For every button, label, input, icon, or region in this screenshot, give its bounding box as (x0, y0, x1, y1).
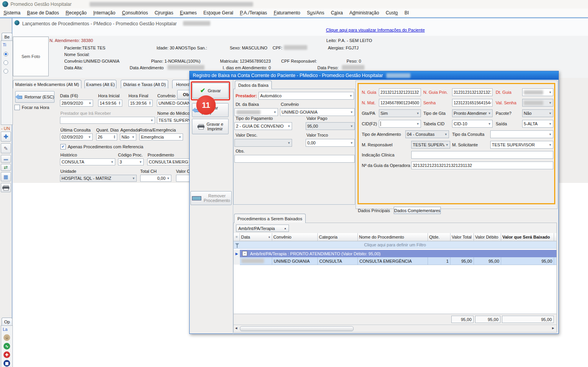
tab-procedimentos-baixados[interactable]: Procedimentos a Serem Baixados (234, 214, 306, 223)
codigo-proc-input[interactable]: 3▼ (118, 158, 144, 165)
menu-item-custo[interactable]: Custo (386, 10, 398, 16)
hora-inicial-input[interactable]: 14:59:56▲▼ (98, 100, 122, 107)
scroll-thumb[interactable] (240, 326, 354, 331)
spinner-icon[interactable]: ▲▼ (149, 101, 151, 105)
menu-item-administra-o[interactable]: Administração (349, 10, 379, 16)
person-icon[interactable]: ☺ (4, 334, 10, 341)
indicacao-clinica-input[interactable] (411, 151, 553, 159)
hora-final-input[interactable]: 15:39:56▲▼ (129, 100, 153, 107)
tab-dados-da-baixa[interactable]: Dados da Baixa (235, 81, 272, 89)
data-f6-input[interactable]: 28/09/2020▼ (60, 100, 93, 107)
obs-input[interactable] (234, 155, 355, 163)
scroll-right-arrow[interactable]: ► (551, 326, 555, 330)
menu-item-recep-o[interactable]: Recepção (65, 10, 86, 16)
sidebar-radio-1[interactable] (4, 52, 8, 56)
dt-baixa-combo[interactable]: ▼ (234, 108, 278, 116)
menu-item-interna-o[interactable]: Internação (93, 10, 115, 16)
dropdown-arrow-icon[interactable]: ▼ (88, 102, 92, 105)
dropdown-arrow-icon[interactable]: ▼ (178, 135, 181, 139)
valor-c-input[interactable] (176, 175, 190, 182)
prestador-receber-input[interactable]: ▼ (60, 117, 155, 124)
n-mat-input[interactable]: 12345678901234500 (379, 99, 421, 107)
focar-na-hora-checkbox[interactable]: Focar na Hora (14, 105, 49, 110)
tab-diarias[interactable]: Diárias e Taxas (Alt D) (121, 80, 168, 88)
tipo-pagamento-combo[interactable]: 2 - GUIA DE CONVENIO▼ (234, 122, 292, 130)
grid-col-valor-d-bito[interactable]: Valor Débito (474, 233, 501, 241)
menu-item-sistema[interactable]: Sistema (4, 10, 20, 16)
val-senha-combo[interactable]: ▼ (522, 99, 553, 107)
tipo-atendimento-combo[interactable]: 04 - Consultas▼ (405, 130, 449, 138)
sidebar-bottom-tab[interactable]: Op (2, 318, 12, 325)
dialog-title-bar[interactable]: Registro de Baixa na Conta Corrente do P… (190, 71, 558, 80)
retornar-esc-button[interactable]: Retornar (ESC) (15, 91, 55, 103)
menu-item-caixa[interactable]: Caixa (331, 10, 343, 16)
patient-info-link[interactable]: Clique aqui para visualizar Informações … (326, 28, 425, 32)
grid-group-row[interactable]: − Amb/Int/PA/Terapia : PRONTO ATENDIMENT… (240, 250, 556, 257)
dropdown-arrow-icon[interactable]: ▼ (349, 94, 352, 98)
remover-procedimento-button[interactable]: RemoverProcedimento (190, 191, 232, 205)
menu-item-faturamento[interactable]: Faturamento (274, 10, 300, 16)
subtab-dados-complementares[interactable]: Dados Complementares (394, 207, 441, 214)
dropdown-arrow-icon[interactable]: ▼ (167, 177, 170, 180)
dropdown-arrow-icon[interactable]: ▼ (132, 135, 135, 139)
rotina-emergencia-input[interactable]: Emergência▼ (139, 133, 183, 140)
apenas-proc-checkbox[interactable]: ✔ Apenas Procedimentos com Referencia (60, 144, 143, 149)
valor-troco-field[interactable]: 0,00▼ (306, 139, 355, 147)
scroll-left-arrow[interactable]: ◄ (234, 326, 238, 330)
gravar-imprimir-button[interactable]: Gravar eImprimir (192, 119, 229, 134)
menu-item-consult-rios[interactable]: Consultórios (122, 10, 148, 16)
valor-pago-field[interactable]: 95,00▼ (306, 122, 355, 130)
grid-data-row[interactable]: UNIMED GOIANIA CONSULTA CONSULTA EMERGÊN… (240, 257, 556, 265)
senha-input[interactable]: 12312316515641544 (452, 99, 493, 107)
menu-item-cirurgias[interactable]: Cirurgias (155, 10, 173, 16)
grid-calc-icon[interactable]: ▦ (4, 360, 10, 367)
gta-pa-combo[interactable]: Sim▼ (379, 109, 421, 117)
n-guia-input[interactable]: 23132121321231132 (379, 88, 421, 96)
dropdown-arrow-icon[interactable]: ▼ (132, 177, 135, 180)
grid-col-valor-que-ser-baixado[interactable]: Valor que Será Baixado (501, 233, 554, 241)
tipo-consulta-combo[interactable]: ▼ (490, 130, 553, 138)
valor-desc-field[interactable]: ▼ (234, 139, 292, 147)
sidebar-top-tab[interactable]: Be (2, 33, 12, 40)
print-button[interactable] (1, 183, 11, 192)
tipo-gta-combo[interactable]: Pronto Atendimento▼ (452, 109, 493, 117)
nome-medico-input[interactable]: TESTE SUPERVISOR (157, 117, 194, 124)
grid-hscrollbar[interactable]: ◄ ► (234, 325, 556, 332)
baixa-convenio-combo[interactable]: UNIMED GOIANIA▼ (280, 108, 355, 116)
pacote-combo[interactable]: Não▼ (522, 109, 553, 117)
dropdown-arrow-icon[interactable]: ▼ (549, 91, 552, 94)
sidebar-radio-2[interactable] (4, 60, 8, 65)
menu-item-sus-ans[interactable]: Sus/Ans (307, 10, 324, 16)
n-guia-prin-input[interactable]: 31231231321321321 (452, 88, 493, 96)
menu-item-bi[interactable]: BI (405, 10, 409, 16)
dropdown-arrow-icon[interactable]: ▼ (549, 122, 552, 126)
prestador-combo[interactable]: Automático▼ (259, 92, 354, 100)
dropdown-arrow-icon[interactable]: ▼ (549, 143, 552, 147)
cell-nome-procedimento[interactable]: CONSULTA EMERGÊNCIA (358, 257, 428, 265)
m-responsavel-combo[interactable]: TESTE SUPERVISOR▼ (411, 141, 450, 149)
m-solicitante-combo[interactable]: TESTE SUPERVISOR▼ (490, 141, 553, 149)
sidebar-radio-3[interactable] (4, 69, 8, 74)
dropdown-arrow-icon[interactable]: ▼ (88, 135, 91, 139)
cell-convenio[interactable]: UNIMED GOIANIA (272, 257, 318, 265)
spinner-icon[interactable]: ▲▼ (118, 101, 121, 105)
agendada-input[interactable]: Não▼ (120, 133, 136, 140)
heartbeat-icon[interactable]: ∿ (4, 343, 10, 349)
grid-col-data[interactable]: Data▼ (240, 233, 272, 241)
edit-button[interactable]: ✎ (1, 143, 11, 153)
grid-col-categoria[interactable]: Categoria (318, 233, 358, 241)
spinner-icon[interactable]: ▲▼ (113, 135, 116, 139)
dropdown-arrow-icon[interactable]: ▼ (111, 160, 114, 164)
transfer-arrows-button[interactable]: ⇄ (1, 164, 11, 171)
dropdown-arrow-icon[interactable]: ▼ (287, 125, 290, 128)
dropdown-arrow-icon[interactable]: ▼ (273, 111, 276, 114)
tabela-cid-combo[interactable]: CID-10▼ (452, 120, 493, 128)
dropdown-arrow-icon[interactable]: ▼ (488, 122, 491, 126)
cell-valor-baixado[interactable]: 95,00 (501, 257, 554, 265)
cid-f2-combo[interactable]: ▼ (379, 120, 421, 128)
dropdown-arrow-icon[interactable]: ▼ (350, 141, 353, 145)
remove-button[interactable]: ▬ (1, 155, 11, 163)
dropdown-arrow-icon[interactable]: ▼ (150, 119, 153, 122)
cell-data[interactable] (240, 257, 272, 265)
grid-col-valor-total[interactable]: Valor Total (451, 233, 474, 241)
